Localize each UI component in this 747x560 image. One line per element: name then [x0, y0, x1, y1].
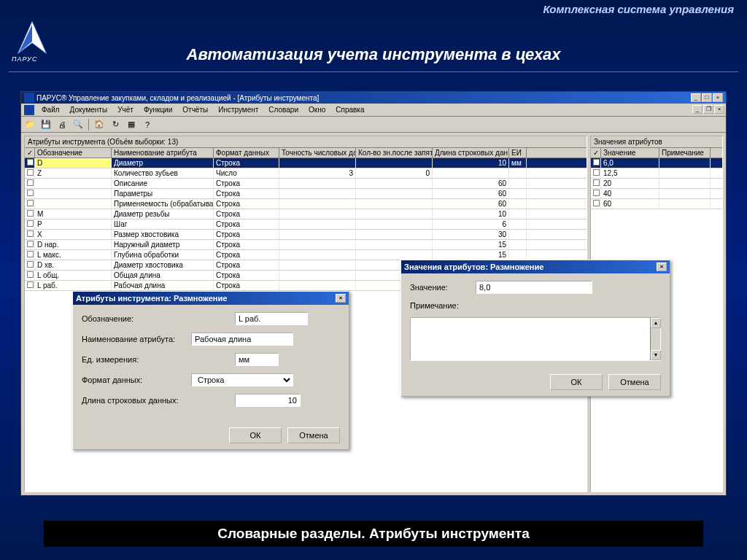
dialog1-title-bar[interactable]: Атрибуты инструмента: Размножение × [73, 292, 349, 305]
note-scrollbar[interactable]: ▲ ▼ [650, 318, 660, 360]
table-row[interactable]: ZКоличество зубьевЧисло30 [25, 168, 587, 179]
menu-Учёт[interactable]: Учёт [112, 104, 139, 115]
dialog1-ok-button[interactable]: ОК [229, 427, 282, 443]
menu-Файл[interactable]: Файл [36, 104, 65, 115]
tb-nav-icon[interactable]: ▦ [124, 118, 139, 131]
value-input[interactable] [476, 281, 592, 294]
table-row[interactable]: 60 [591, 199, 722, 209]
menu-Справка[interactable]: Справка [330, 104, 369, 115]
mdi-restore-button[interactable]: ❐ [703, 105, 713, 114]
table-row[interactable]: ОписаниеСтрока60 [25, 179, 587, 189]
table-row[interactable]: 6,0 [591, 158, 722, 168]
tb-help-icon[interactable]: ? [140, 118, 155, 131]
column-header[interactable]: ЕИ [509, 148, 527, 158]
table-row[interactable]: Применяемость (обрабатываеСтрока60 [25, 199, 587, 209]
dialog1-cancel-button[interactable]: Отмена [287, 427, 340, 443]
values-panel-header: Значения атрибутов [591, 136, 722, 148]
dialog2-close-button[interactable]: × [657, 262, 667, 271]
units-label: Ед. измерения: [82, 355, 191, 364]
value-duplicate-dialog: Значения атрибутов: Размножение × Значен… [400, 260, 670, 397]
tb-open-icon[interactable]: 📁 [23, 118, 37, 131]
length-label: Длина строковых данных: [82, 396, 198, 405]
table-row[interactable]: PШагСтрока6 [25, 219, 587, 230]
dialog2-title: Значения атрибутов: Размножение [404, 262, 543, 271]
menu-Функции[interactable]: Функции [139, 104, 177, 115]
column-header[interactable]: Обозначение [35, 148, 112, 158]
dialog2-title-bar[interactable]: Значения атрибутов: Размножение × [401, 260, 670, 273]
format-label: Формат данных: [82, 376, 191, 384]
column-header[interactable]: Точность числовых да [279, 148, 356, 158]
table-row[interactable]: 20 [591, 179, 722, 189]
mdi-icon [24, 105, 34, 115]
scroll-up-icon[interactable]: ▲ [651, 318, 661, 328]
menu-Словари[interactable]: Словари [263, 104, 303, 115]
table-row[interactable]: 40 [591, 189, 722, 199]
tb-refresh-icon[interactable]: ↻ [108, 118, 123, 131]
designation-label: Обозначение: [82, 314, 191, 323]
toolbar: 📁 💾 🖨 🔍 🏠 ↻ ▦ ? [21, 117, 726, 133]
column-header[interactable]: Наименование атрибута [112, 148, 214, 158]
maximize-button[interactable]: □ [702, 93, 712, 102]
tb-preview-icon[interactable]: 🔍 [71, 118, 85, 131]
value-label: Значение: [410, 283, 476, 292]
slide-system-name: Комплексная система управления [543, 3, 734, 15]
note-label: Примечание: [410, 301, 476, 310]
menu-Инструмент[interactable]: Инструмент [213, 104, 263, 115]
format-select[interactable]: Строка [191, 373, 293, 386]
brand-logo [10, 18, 54, 61]
column-header[interactable]: Формат данных [214, 148, 279, 158]
table-row[interactable]: D нар.Наружный диаметрСтрока15 [25, 240, 587, 250]
attribute-duplicate-dialog: Атрибуты инструмента: Размножение × Обоз… [72, 291, 349, 450]
minimize-button[interactable]: _ [691, 93, 701, 102]
table-row[interactable]: L макс.Глубина обработкиСтрока15 [25, 250, 587, 260]
units-input[interactable] [235, 353, 279, 366]
mdi-minimize-button[interactable]: _ [692, 105, 703, 114]
column-header[interactable]: Значение [601, 148, 659, 158]
slide-title: Автоматизация учета инструмента в цехах [0, 45, 747, 64]
attributes-panel-header: Атрибуты инструмента (Объём выборки: 13) [25, 136, 587, 148]
menu-bar: ФайлДокументыУчётФункцииОтчётыИнструмент… [21, 104, 726, 117]
table-row[interactable]: DДиаметрСтрока10мм [25, 158, 587, 168]
table-row[interactable]: XРазмер хвостовикаСтрока30 [25, 230, 587, 240]
menu-Документы[interactable]: Документы [65, 104, 113, 115]
attr-name-input[interactable] [191, 332, 293, 346]
main-app-window: ПАРУС® Управление закупками, складом и р… [20, 91, 727, 496]
length-input[interactable] [235, 394, 301, 407]
dialog2-cancel-button[interactable]: Отмена [608, 374, 661, 390]
slide-footer: Словарные разделы. Атрибуты инструмента [44, 521, 703, 547]
table-row[interactable]: ПараметрыСтрока60 [25, 189, 587, 199]
toolbar-separator [88, 119, 89, 131]
tb-home-icon[interactable]: 🏠 [92, 118, 107, 131]
column-header[interactable]: Примечание [659, 148, 711, 158]
column-header[interactable]: Длина строковых дан [433, 148, 509, 158]
table-row[interactable]: MДиаметр резьбыСтрока10 [25, 209, 587, 219]
tb-print-icon[interactable]: 🖨 [55, 118, 69, 131]
dialog1-title: Атрибуты инструмента: Размножение [76, 294, 227, 303]
slide-underline [9, 71, 738, 72]
close-button[interactable]: × [713, 93, 723, 102]
attr-name-label: Наименование атрибута: [82, 335, 191, 343]
tb-save-icon[interactable]: 💾 [39, 118, 53, 131]
scroll-down-icon[interactable]: ▼ [651, 350, 661, 360]
dialog1-close-button[interactable]: × [336, 294, 346, 303]
column-header[interactable]: Кол-во зн.после запят [356, 148, 433, 158]
menu-Окно[interactable]: Окно [303, 104, 330, 115]
note-textarea[interactable]: ▲ ▼ [410, 317, 661, 361]
menu-Отчёты[interactable]: Отчёты [177, 104, 213, 115]
app-icon [24, 93, 34, 103]
table-row[interactable]: 12,5 [591, 168, 722, 179]
mdi-close-button[interactable]: × [714, 105, 724, 114]
dialog2-ok-button[interactable]: ОК [550, 374, 603, 390]
app-title-bar: ПАРУС® Управление закупками, складом и р… [21, 92, 726, 104]
app-title: ПАРУС® Управление закупками, складом и р… [36, 94, 319, 102]
designation-input[interactable] [235, 312, 308, 325]
